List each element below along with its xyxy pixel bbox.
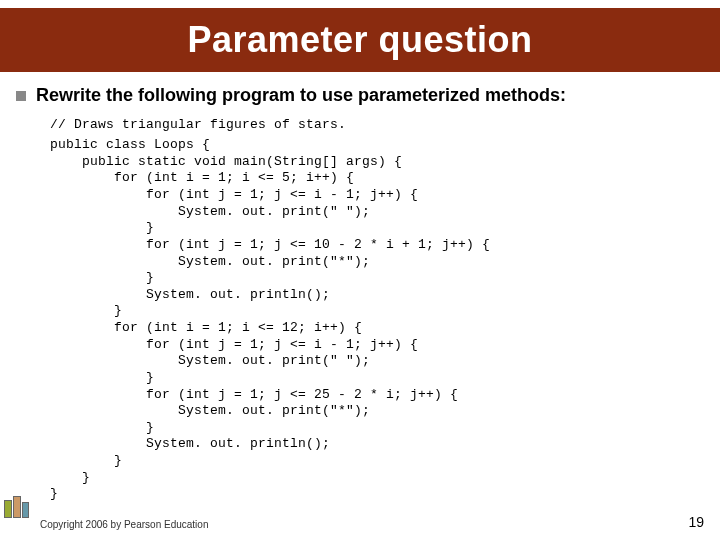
code-block: // Draws triangular figures of stars.pub… [50, 117, 704, 503]
slide: Parameter question Rewrite the following… [0, 0, 720, 540]
slide-body: Rewrite the following program to use par… [16, 84, 704, 503]
code-body: public class Loops { public static void … [50, 137, 490, 501]
books-icon [4, 494, 30, 518]
copyright-footer: Copyright 2006 by Pearson Education [40, 519, 208, 530]
square-bullet-icon [16, 91, 26, 101]
bullet-text: Rewrite the following program to use par… [36, 84, 566, 107]
bullet-row: Rewrite the following program to use par… [16, 84, 704, 107]
code-comment: // Draws triangular figures of stars. [50, 117, 704, 134]
page-number: 19 [688, 514, 704, 530]
title-bar: Parameter question [0, 8, 720, 72]
slide-title: Parameter question [187, 19, 532, 61]
